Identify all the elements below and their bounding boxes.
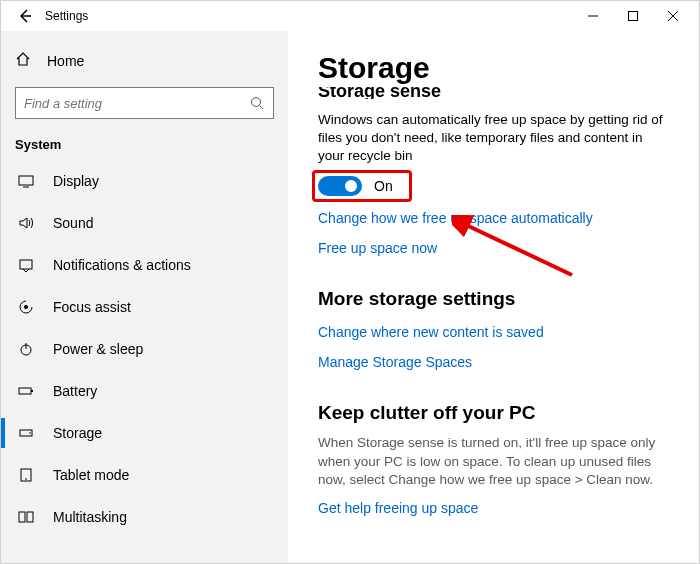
- clutter-heading: Keep clutter off your PC: [318, 402, 669, 424]
- window-title: Settings: [45, 9, 88, 23]
- display-icon: [15, 173, 37, 189]
- minimize-button[interactable]: [573, 2, 613, 30]
- sidebar-item-display[interactable]: Display: [1, 160, 288, 202]
- nav-label: Sound: [53, 215, 93, 231]
- storage-sense-toggle[interactable]: [318, 176, 362, 196]
- nav-label: Storage: [53, 425, 102, 441]
- maximize-button[interactable]: [613, 2, 653, 30]
- toggle-label: On: [374, 178, 393, 194]
- sidebar-section-label: System: [1, 123, 288, 160]
- home-icon: [15, 51, 31, 71]
- sidebar-item-focus-assist[interactable]: Focus assist: [1, 286, 288, 328]
- link-change-save-location[interactable]: Change where new content is saved: [318, 324, 544, 340]
- sidebar-item-tablet-mode[interactable]: Tablet mode: [1, 454, 288, 496]
- svg-point-16: [29, 432, 31, 434]
- multitasking-icon: [15, 509, 37, 525]
- search-input[interactable]: [15, 87, 274, 119]
- sidebar-item-power-sleep[interactable]: Power & sleep: [1, 328, 288, 370]
- sidebar-item-sound[interactable]: Sound: [1, 202, 288, 244]
- svg-rect-9: [20, 260, 32, 269]
- home-button[interactable]: Home: [1, 43, 288, 79]
- svg-rect-7: [19, 176, 33, 185]
- svg-point-5: [252, 98, 261, 107]
- link-free-up-now[interactable]: Free up space now: [318, 240, 437, 256]
- content-area: Storage Storage sense Windows can automa…: [288, 31, 699, 563]
- svg-line-6: [260, 106, 264, 110]
- nav-label: Tablet mode: [53, 467, 129, 483]
- link-get-help[interactable]: Get help freeing up space: [318, 500, 478, 516]
- sidebar-item-storage[interactable]: Storage: [1, 412, 288, 454]
- svg-rect-20: [27, 512, 33, 522]
- storage-sense-heading: Storage sense: [318, 87, 669, 99]
- sidebar-item-battery[interactable]: Battery: [1, 370, 288, 412]
- nav-label: Multitasking: [53, 509, 127, 525]
- nav-label: Battery: [53, 383, 97, 399]
- page-title: Storage: [318, 51, 669, 85]
- sidebar: Home System Display Sound: [1, 31, 288, 563]
- svg-rect-19: [19, 512, 25, 522]
- sound-icon: [15, 215, 37, 231]
- notifications-icon: [15, 257, 37, 273]
- search-field[interactable]: [24, 96, 249, 111]
- svg-rect-13: [19, 388, 31, 394]
- focus-assist-icon: [15, 299, 37, 315]
- titlebar: Settings: [1, 1, 699, 31]
- storage-icon: [15, 425, 37, 441]
- sidebar-item-multitasking[interactable]: Multitasking: [1, 496, 288, 538]
- more-settings-heading: More storage settings: [318, 288, 669, 310]
- storage-sense-description: Windows can automatically free up space …: [318, 111, 669, 166]
- close-button[interactable]: [653, 2, 693, 30]
- battery-icon: [15, 383, 37, 399]
- tablet-icon: [15, 467, 37, 483]
- search-icon: [249, 96, 265, 110]
- svg-rect-14: [31, 390, 33, 392]
- nav-label: Power & sleep: [53, 341, 143, 357]
- nav-label: Display: [53, 173, 99, 189]
- svg-point-10: [24, 305, 28, 309]
- link-manage-storage-spaces[interactable]: Manage Storage Spaces: [318, 354, 472, 370]
- link-change-auto-free[interactable]: Change how we free up space automaticall…: [318, 210, 593, 226]
- sidebar-item-notifications[interactable]: Notifications & actions: [1, 244, 288, 286]
- nav-label: Focus assist: [53, 299, 131, 315]
- back-button[interactable]: [11, 2, 39, 30]
- svg-rect-2: [629, 12, 638, 21]
- clutter-description: When Storage sense is turned on, it'll f…: [318, 434, 669, 491]
- nav-label: Notifications & actions: [53, 257, 191, 273]
- home-label: Home: [47, 53, 84, 69]
- power-icon: [15, 341, 37, 357]
